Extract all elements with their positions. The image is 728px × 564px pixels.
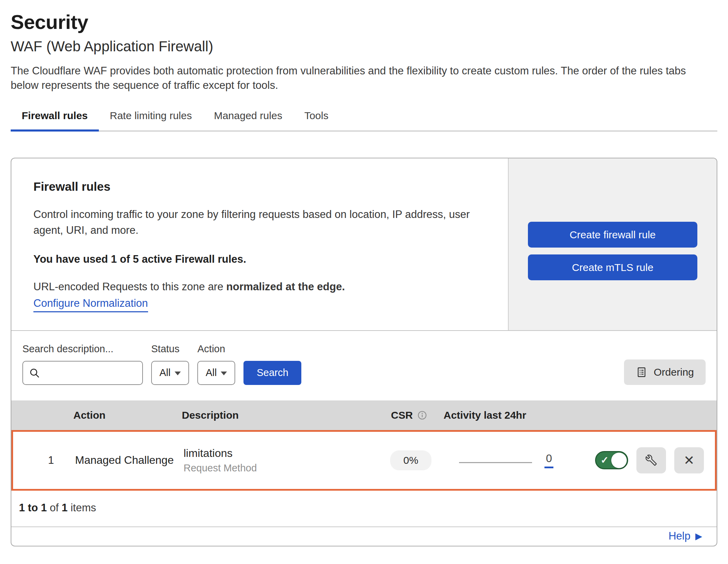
help-link-label: Help <box>668 530 690 542</box>
action-filter-group: Action All <box>197 343 235 385</box>
header-action: Action <box>73 409 182 421</box>
filter-controls: Search description... Status All <box>22 343 301 385</box>
overview-text-panel: Firewall rules Control incoming traffic … <box>11 158 508 330</box>
check-icon: ✓ <box>601 456 609 465</box>
rule-description-cell: limitations Request Method <box>184 447 376 474</box>
header-description: Description <box>182 409 375 421</box>
ordering-button[interactable]: Ordering <box>624 359 706 385</box>
chevron-down-icon <box>175 372 181 375</box>
security-waf-page: Security WAF (Web Application Firewall) … <box>0 0 728 546</box>
search-field-label: Search description... <box>22 343 143 355</box>
toggle-knob <box>611 452 627 468</box>
tab-rate-limiting-rules[interactable]: Rate limiting rules <box>99 106 203 130</box>
summary-of: of <box>50 502 59 514</box>
overview-description: Control incoming traffic to your zone by… <box>33 207 478 239</box>
csr-badge: 0% <box>390 450 431 470</box>
search-button[interactable]: Search <box>243 361 301 385</box>
header-activity: Activity last 24hr <box>444 409 561 421</box>
activity-count-link[interactable]: 0 <box>544 452 553 468</box>
rule-csr-cell: 0% <box>376 450 445 470</box>
filter-section: Search description... Status All <box>11 331 717 400</box>
rules-table-header: Action Description CSR Activity last 24h… <box>11 400 717 430</box>
normalization-note-text: URL-encoded Requests to this zone are <box>33 281 226 293</box>
action-filter-value: All <box>206 367 217 378</box>
overview-title: Firewall rules <box>33 180 486 194</box>
summary-total: 1 <box>62 502 67 514</box>
create-mtls-rule-button[interactable]: Create mTLS rule <box>528 254 697 280</box>
search-input[interactable] <box>44 367 137 378</box>
help-link[interactable]: Help ▶ <box>668 530 702 542</box>
page-title: Security <box>11 10 717 33</box>
rule-enabled-toggle[interactable]: ✓ <box>595 451 628 469</box>
ordering-button-label: Ordering <box>654 366 694 378</box>
page-intro: The Cloudflare WAF provides both automat… <box>11 64 717 93</box>
rules-tab-bar: Firewall rules Rate limiting rules Manag… <box>11 106 717 132</box>
pagination-summary: 1 to 1 of 1 items <box>11 491 717 527</box>
info-icon[interactable] <box>417 410 427 420</box>
rule-priority: 1 <box>13 454 75 467</box>
search-icon <box>29 367 40 379</box>
normalization-note-bold: normalized at the edge. <box>226 281 345 293</box>
summary-items: items <box>71 502 96 514</box>
action-filter-select[interactable]: All <box>197 361 235 385</box>
header-csr: CSR <box>375 409 444 421</box>
rule-activity-cell: 0 <box>445 452 562 468</box>
overview-actions-panel: Create firewall rule Create mTLS rule <box>508 158 717 330</box>
usage-summary: You have used 1 of 5 active Firewall rul… <box>33 253 486 265</box>
page-subtitle: WAF (Web Application Firewall) <box>11 38 717 55</box>
summary-range: 1 to 1 <box>19 502 47 514</box>
table-row: 1 Managed Challenge limitations Request … <box>11 430 717 491</box>
ordering-list-icon <box>636 366 647 378</box>
status-filter-group: Status All <box>151 343 189 385</box>
rule-description: limitations <box>184 447 376 460</box>
activity-sparkline <box>459 462 532 463</box>
header-csr-label: CSR <box>391 409 413 421</box>
tab-managed-rules[interactable]: Managed rules <box>203 106 293 130</box>
arrow-right-icon: ▶ <box>695 532 702 541</box>
rule-expression-summary: Request Method <box>184 462 376 474</box>
edit-rule-button[interactable] <box>636 447 666 473</box>
overview-section: Firewall rules Control incoming traffic … <box>11 158 717 331</box>
status-filter-label: Status <box>151 343 189 355</box>
tab-tools[interactable]: Tools <box>293 106 340 130</box>
status-filter-value: All <box>159 367 170 378</box>
delete-rule-button[interactable]: ✕ <box>674 447 704 473</box>
wrench-icon <box>645 454 657 467</box>
search-field-group: Search description... <box>22 343 143 385</box>
search-box <box>22 361 143 385</box>
create-firewall-rule-button[interactable]: Create firewall rule <box>528 222 697 248</box>
configure-normalization-link[interactable]: Configure Normalization <box>33 297 148 312</box>
chevron-down-icon <box>221 372 227 375</box>
tab-firewall-rules[interactable]: Firewall rules <box>11 106 99 130</box>
close-icon: ✕ <box>684 454 695 467</box>
status-filter-select[interactable]: All <box>151 361 189 385</box>
help-row: Help ▶ <box>11 527 717 546</box>
rule-action: Managed Challenge <box>75 454 184 467</box>
firewall-rules-card: Firewall rules Control incoming traffic … <box>11 158 717 546</box>
normalization-note: URL-encoded Requests to this zone are no… <box>33 281 486 293</box>
rule-controls: ✓ ✕ <box>562 447 715 473</box>
action-filter-label: Action <box>197 343 235 355</box>
